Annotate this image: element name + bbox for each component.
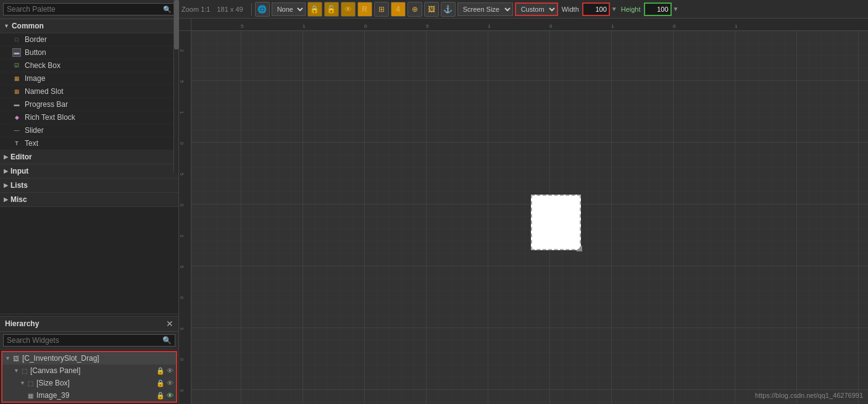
left-panel: 🔍 ▼ Common □ Border ▬ Button ☑ Check Box… — [0, 0, 179, 404]
palette-item-named-slot[interactable]: ▦ Named Slot — [0, 85, 178, 98]
misc-arrow-icon: ▶ — [4, 196, 8, 203]
height-group: Height ▼ — [619, 2, 679, 16]
ruler-tick-0: 0 — [364, 23, 367, 29]
image39-eye-btn[interactable]: 👁 — [167, 392, 173, 399]
button-label: Button — [25, 48, 46, 57]
ruler-vtick-0: 0 — [180, 142, 184, 145]
globe-icon: 🌐 — [257, 5, 267, 14]
root-arrow-icon: ▼ — [5, 355, 10, 361]
toolbar: Zoom 1:1 181 x 49 🌐 None 🔒 🔓 👁 R ⊞ 4 ⊕ 🖼… — [179, 0, 868, 19]
size-box-label: [Size Box] — [36, 379, 155, 387]
palette-item-checkbox[interactable]: ☑ Check Box — [0, 59, 178, 72]
ruler-vtick-0c: 0 — [180, 297, 184, 299]
size-box-actions: 🔒 👁 — [156, 379, 173, 387]
canvas-panel-eye-btn[interactable]: 👁 — [167, 367, 173, 374]
scrollbar-thumb[interactable] — [174, 0, 179, 49]
custom-select[interactable]: Custom — [515, 2, 558, 16]
hierarchy-image39[interactable]: ▦ Image_39 🔒 👁 — [2, 389, 176, 402]
height-label: Height — [619, 6, 643, 13]
image-label: Image — [25, 74, 45, 83]
image-icon: ▦ — [12, 74, 21, 83]
misc-label: Misc — [10, 195, 27, 204]
four-btn[interactable]: 4 — [391, 2, 406, 17]
canvas-panel-label: [Canvas Panel] — [30, 366, 155, 375]
hierarchy-size-box[interactable]: ▼ ⬚ [Size Box] 🔒 👁 — [2, 377, 176, 389]
widget-white-box[interactable] — [531, 195, 581, 250]
scrollbar[interactable] — [173, 0, 178, 173]
canvas-panel-lock-btn[interactable]: 🔒 — [156, 367, 165, 375]
width-expand-icon[interactable]: ▼ — [611, 6, 617, 12]
search-palette-area: 🔍 — [0, 0, 178, 19]
canvas-area: 5 1 0 5 1 0 1 0 1 2 5 1 0 5 0 2 5 0 3 0 … — [179, 19, 868, 404]
move-btn[interactable]: ⊕ — [407, 2, 422, 17]
section-misc[interactable]: ▶ Misc — [0, 193, 178, 207]
anchor-btn[interactable]: ⚓ — [441, 2, 456, 17]
size-box-lock-btn[interactable]: 🔒 — [156, 379, 165, 387]
hierarchy-close-btn[interactable]: ✕ — [166, 319, 173, 329]
named-slot-icon: ▦ — [12, 87, 21, 96]
ruler-vtick-1: 1 — [180, 111, 184, 114]
palette-item-button[interactable]: ▬ Button — [0, 46, 178, 59]
palette-item-border[interactable]: □ Border — [0, 33, 178, 46]
hierarchy-search-area: 🔍 — [0, 332, 178, 350]
dimensions-info: 181 x 49 — [217, 6, 243, 13]
width-group: Width ▼ — [560, 2, 617, 16]
grid-icon: ⊞ — [378, 5, 385, 14]
checkbox-icon: ☑ — [12, 61, 21, 70]
width-label: Width — [560, 6, 581, 13]
width-input[interactable] — [582, 2, 610, 16]
hierarchy-root-item[interactable]: ▼ 🖼 [C_InventorySlot_Drag] — [2, 352, 176, 364]
image39-lock-btn[interactable]: 🔒 — [156, 392, 165, 400]
unlock-icon: 🔓 — [327, 5, 336, 14]
progress-bar-icon: ▬ — [12, 100, 21, 109]
resize-handle[interactable] — [576, 245, 583, 253]
slider-icon: — — [12, 126, 21, 135]
section-input[interactable]: ▶ Input — [0, 164, 178, 179]
search-palette-box[interactable]: 🔍 — [3, 3, 175, 15]
ruler-vtick-2b: 2 — [180, 235, 184, 237]
progress-bar-label: Progress Bar — [25, 100, 68, 109]
hierarchy-search-box[interactable]: 🔍 — [3, 334, 175, 347]
editor-arrow-icon: ▶ — [4, 154, 8, 160]
search-palette-icon: 🔍 — [163, 6, 172, 14]
ruler-tick-5: 5 — [241, 23, 243, 29]
height-input[interactable] — [644, 2, 672, 16]
search-palette-input[interactable] — [7, 5, 161, 14]
canvas-content: https://blog.csdn.net/qq1_46276991 — [191, 31, 868, 404]
none-select[interactable]: None — [272, 2, 306, 16]
hierarchy-section: Hierarchy ✕ 🔍 ▼ 🖼 [C_InventorySlot_Drag] — [0, 316, 178, 404]
img-btn[interactable]: 🖼 — [424, 2, 439, 17]
screen-size-select[interactable]: Screen Size — [457, 2, 513, 16]
height-expand-icon[interactable]: ▼ — [673, 6, 679, 12]
unlock-btn[interactable]: 🔓 — [324, 2, 339, 17]
hierarchy-search-input[interactable] — [7, 336, 160, 345]
section-common[interactable]: ▼ Common — [0, 19, 178, 33]
globe-btn[interactable]: 🌐 — [255, 2, 270, 17]
checkbox-label: Check Box — [25, 61, 61, 70]
lists-arrow-icon: ▶ — [4, 182, 8, 188]
palette-item-text[interactable]: T Text — [0, 137, 178, 150]
ruler-tick-1d: 1 — [735, 23, 737, 29]
r-btn[interactable]: R — [357, 2, 372, 17]
root-label: [C_InventorySlot_Drag] — [22, 354, 173, 363]
border-label: Border — [25, 35, 47, 44]
eye-btn[interactable]: 👁 — [341, 2, 356, 17]
palette-tree: ▼ Common □ Border ▬ Button ☑ Check Box ▦… — [0, 19, 178, 314]
hierarchy-search-icon: 🔍 — [162, 336, 172, 345]
section-lists[interactable]: ▶ Lists — [0, 179, 178, 193]
palette-item-progress-bar[interactable]: ▬ Progress Bar — [0, 98, 178, 111]
hierarchy-canvas-panel[interactable]: ▼ ⬚ [Canvas Panel] 🔒 👁 — [2, 364, 176, 377]
palette-item-rich-text[interactable]: ◆ Rich Text Block — [0, 111, 178, 124]
arrow-overlay — [191, 31, 377, 124]
grid-btn[interactable]: ⊞ — [374, 2, 389, 17]
rich-text-icon: ◆ — [12, 113, 21, 122]
lock-btn[interactable]: 🔒 — [307, 2, 322, 17]
section-editor[interactable]: ▶ Editor — [0, 150, 178, 164]
palette-item-image[interactable]: ▦ Image — [0, 72, 178, 85]
palette-item-slider[interactable]: — Slider — [0, 124, 178, 137]
border-icon: □ — [12, 35, 21, 44]
size-box-eye-btn[interactable]: 👁 — [167, 379, 173, 387]
input-label: Input — [10, 167, 28, 175]
img-icon: 🖼 — [428, 5, 435, 14]
input-arrow-icon: ▶ — [4, 168, 8, 174]
